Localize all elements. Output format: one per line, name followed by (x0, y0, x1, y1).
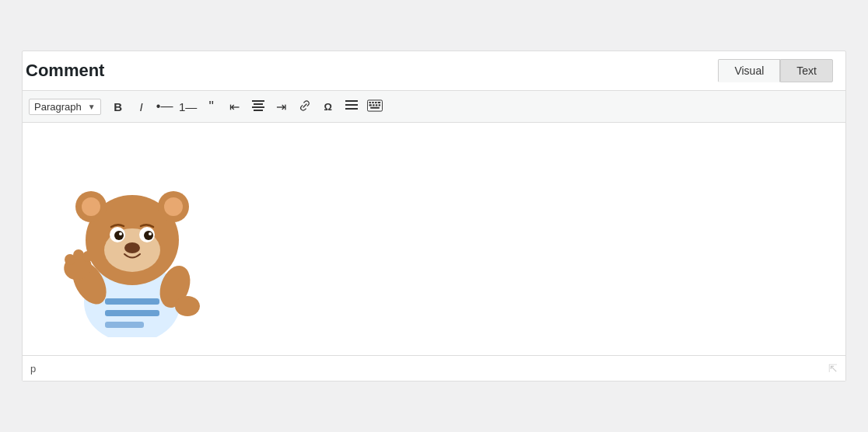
svg-rect-14 (375, 104, 377, 106)
svg-rect-10 (375, 102, 377, 103)
svg-point-37 (144, 231, 153, 240)
align-center-button[interactable] (247, 96, 269, 117)
svg-rect-11 (377, 102, 380, 103)
align-right-button[interactable]: ⇥ (271, 96, 292, 117)
horizontal-rule-button[interactable] (341, 96, 362, 117)
dropdown-arrow-icon: ▼ (88, 103, 96, 111)
align-right-icon: ⇥ (276, 99, 286, 114)
horizontal-rule-icon (345, 100, 358, 113)
svg-rect-4 (345, 100, 358, 102)
bold-button[interactable]: B (107, 96, 129, 117)
svg-rect-0 (252, 100, 264, 102)
svg-rect-1 (254, 103, 263, 105)
svg-point-24 (73, 249, 84, 260)
bear-mascot-image (51, 151, 214, 329)
svg-rect-15 (378, 104, 380, 106)
svg-rect-12 (369, 104, 371, 106)
editor-toolbar: Paragraph ▼ B I •— 1— " ⇤ (23, 90, 845, 123)
svg-point-27 (175, 296, 200, 316)
keyboard-icon (367, 99, 383, 114)
editor-header: Comment Visual Text (23, 51, 845, 90)
svg-rect-3 (254, 110, 263, 111)
svg-point-30 (82, 197, 100, 216)
shortcode-button[interactable]: Ω (317, 96, 339, 117)
resize-handle[interactable]: ⇱ (828, 363, 838, 374)
svg-rect-19 (105, 310, 159, 316)
fullscreen-button[interactable] (364, 96, 386, 117)
svg-rect-8 (369, 102, 371, 103)
align-left-icon: ⇤ (229, 99, 240, 114)
bold-icon: B (114, 100, 122, 113)
italic-icon: I (140, 100, 143, 113)
tab-visual[interactable]: Visual (718, 59, 780, 82)
svg-rect-5 (345, 104, 358, 106)
svg-point-32 (164, 197, 183, 216)
svg-rect-6 (345, 108, 358, 110)
blockquote-button[interactable]: " (201, 96, 222, 117)
page-title: Comment (23, 61, 104, 81)
format-select-label: Paragraph (34, 101, 85, 113)
editor-container: Comment Visual Text Paragraph ▼ B I •— 1… (22, 51, 846, 381)
unordered-list-button[interactable]: •— (154, 96, 176, 117)
view-tabs: Visual Text (718, 59, 833, 82)
svg-point-36 (114, 231, 124, 240)
link-button[interactable] (294, 96, 316, 117)
svg-rect-20 (105, 322, 144, 328)
editor-footer: p ⇱ (23, 356, 845, 381)
align-left-button[interactable]: ⇤ (224, 96, 246, 117)
ordered-list-icon: 1— (179, 100, 197, 113)
svg-rect-2 (252, 106, 264, 108)
format-select-wrapper[interactable]: Paragraph ▼ (29, 99, 101, 115)
link-icon (299, 99, 311, 114)
svg-point-39 (149, 232, 152, 235)
svg-rect-16 (370, 106, 380, 108)
align-center-icon (252, 100, 264, 113)
tab-text[interactable]: Text (780, 59, 833, 82)
italic-button[interactable]: I (131, 96, 152, 117)
ordered-list-button[interactable]: 1— (177, 96, 199, 117)
shortcode-icon: Ω (324, 101, 331, 113)
svg-point-38 (119, 232, 122, 235)
svg-rect-13 (373, 104, 375, 106)
status-text: p (30, 363, 36, 375)
unordered-list-icon: •— (156, 99, 173, 113)
blockquote-icon: " (208, 99, 213, 115)
svg-rect-9 (372, 102, 374, 103)
svg-point-40 (124, 242, 140, 253)
svg-rect-18 (105, 298, 159, 305)
editor-body[interactable] (23, 123, 845, 356)
